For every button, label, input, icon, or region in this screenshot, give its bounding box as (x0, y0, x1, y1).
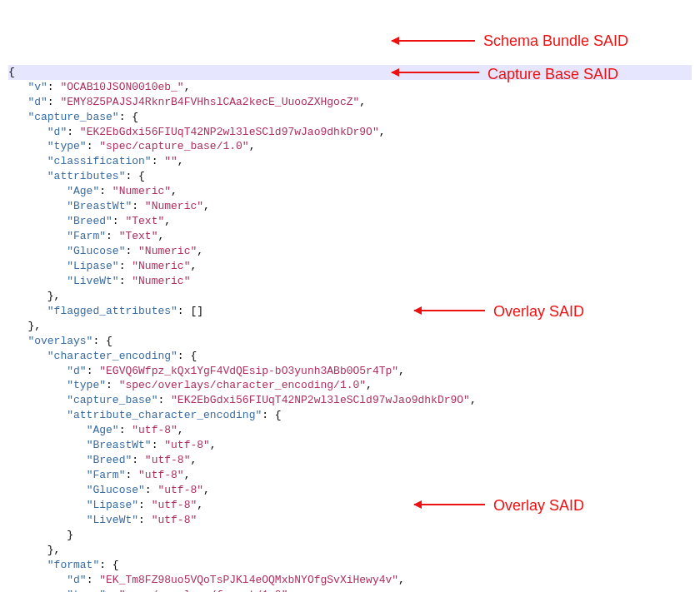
json-key: "capture_base" (28, 111, 118, 123)
code-block: { "v": "OCAB10JSON0010eb_", "d": "EMY8Z5… (8, 65, 692, 592)
json-key: "BreastWt" (67, 200, 132, 212)
arrow-icon (392, 40, 475, 42)
json-key: "overlays" (28, 335, 92, 347)
annotation-layer: Schema Bundle SAID Capture Base SAID Ove… (0, 0, 6, 179)
json-key: "classification" (48, 155, 152, 167)
annotation-schema-bundle-said: Schema Bundle SAID (483, 31, 628, 52)
json-key: "Age" (67, 185, 99, 197)
json-key: "character_encoding" (48, 350, 178, 362)
json-string: "Numeric" (145, 200, 203, 212)
json-string: "Numeric" (132, 275, 190, 287)
json-string: "utf-8" (152, 499, 198, 511)
json-key: "attributes" (48, 170, 126, 182)
json-key: "Farm" (67, 230, 106, 242)
json-key: "type" (67, 589, 106, 592)
json-key: "Lipase" (67, 260, 118, 272)
json-string: "spec/overlays/format/1.0" (119, 589, 288, 592)
json-string: "Text" (119, 230, 158, 242)
json-string: "utf-8" (164, 439, 210, 451)
json-string: "spec/capture_base/1.0" (99, 140, 248, 152)
json-key: "Breed" (87, 454, 132, 466)
json-key: "d" (48, 126, 67, 138)
json-key: "flagged_attributes" (48, 305, 178, 317)
json-string: "EMY8Z5PAJSJ4RknrB4FVHhslCAa2kecE_UuooZX… (60, 96, 359, 108)
json-string: "" (164, 155, 178, 167)
json-string: "utf-8" (152, 514, 198, 526)
json-string: "utf-8" (158, 484, 203, 496)
json-string: "Numeric" (112, 185, 171, 197)
json-key: "v" (28, 81, 47, 93)
json-key: "LiveWt" (87, 514, 138, 526)
json-key: "type" (48, 140, 87, 152)
json-key: "type" (67, 379, 106, 391)
json-key: "d" (28, 96, 47, 108)
json-string: "spec/overlays/character_encoding/1.0" (119, 379, 366, 391)
json-key: "Age" (87, 424, 119, 436)
json-string: "Numeric" (138, 245, 197, 257)
json-string: "OCAB10JSON0010eb_" (60, 81, 183, 93)
json-key: "Farm" (87, 469, 126, 481)
json-key: "attribute_character_encoding" (67, 409, 262, 421)
json-key: "capture_base" (67, 394, 158, 406)
json-key: "Glucose" (87, 484, 145, 496)
json-string: "EK2EbGdxi56FIUqT42NP2wl3leSCld97wJao9dh… (80, 126, 379, 138)
json-string: "EK_Tm8FZ98uo5VQoTsPJKl4eOQMxbNYOfgSvXiH… (99, 574, 398, 586)
json-string: "utf-8" (132, 424, 178, 436)
json-key: "Breed" (67, 215, 112, 227)
json-key: "Glucose" (67, 245, 125, 257)
json-string: "EGVQ6Wfpz_kQx1YgF4VdQEsip-bO3yunh3ABb0O… (99, 365, 398, 377)
json-key: "d" (67, 365, 86, 377)
json-string: "utf-8" (145, 454, 191, 466)
json-key: "d" (67, 574, 86, 586)
json-string: "EK2EbGdxi56FIUqT42NP2wl3leSCld97wJao9dh… (171, 394, 470, 406)
json-key: "format" (48, 559, 99, 571)
json-key: "LiveWt" (67, 275, 118, 287)
json-string: "utf-8" (138, 469, 184, 481)
json-key: "BreastWt" (87, 439, 152, 451)
json-key: "Lipase" (87, 499, 138, 511)
json-string: "Numeric" (132, 260, 190, 272)
json-string: "Text" (125, 215, 164, 227)
